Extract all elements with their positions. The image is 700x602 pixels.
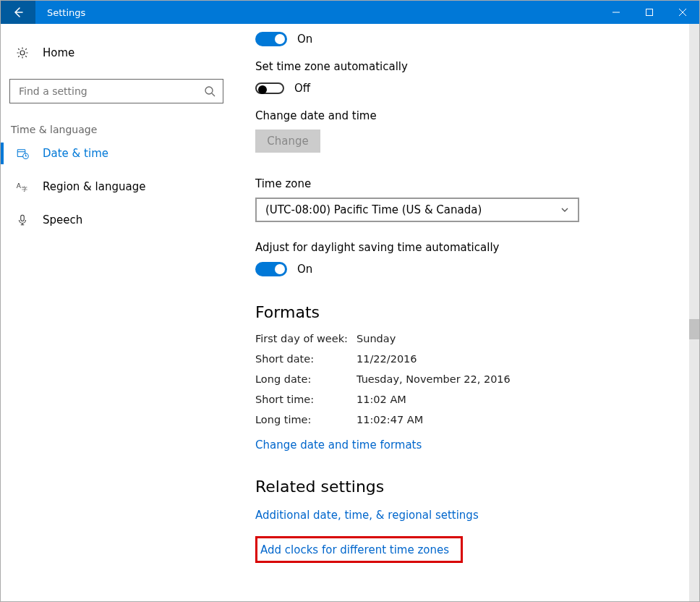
format-key: First day of week: bbox=[255, 333, 357, 344]
change-date-title: Change date and time bbox=[255, 109, 689, 122]
additional-settings-link[interactable]: Additional date, time, & regional settin… bbox=[255, 509, 479, 522]
minimize-icon bbox=[612, 9, 620, 16]
format-value: 11/22/2016 bbox=[357, 353, 689, 365]
related-heading: Related settings bbox=[255, 478, 689, 496]
timezone-select[interactable]: (UTC-08:00) Pacific Time (US & Canada) bbox=[255, 198, 579, 222]
search-icon bbox=[204, 85, 215, 97]
format-value: Sunday bbox=[357, 333, 689, 344]
microphone-icon bbox=[15, 213, 30, 226]
chevron-down-icon bbox=[560, 205, 569, 214]
format-key: Short time: bbox=[255, 394, 357, 405]
format-key: Long date: bbox=[255, 373, 357, 385]
sidebar-item-label: Date & time bbox=[43, 147, 108, 160]
scrollbar-thumb[interactable] bbox=[689, 319, 699, 339]
format-value: Tuesday, November 22, 2016 bbox=[357, 373, 689, 385]
sidebar-category: Time & language bbox=[1, 103, 232, 137]
gear-icon bbox=[15, 46, 30, 59]
search-input[interactable] bbox=[17, 85, 204, 98]
svg-rect-11 bbox=[21, 215, 25, 221]
language-icon: A字 bbox=[15, 180, 30, 193]
minimize-button[interactable] bbox=[599, 1, 633, 24]
maximize-icon bbox=[646, 9, 653, 16]
svg-rect-1 bbox=[646, 9, 653, 16]
back-arrow-icon bbox=[12, 7, 24, 18]
maximize-button[interactable] bbox=[633, 1, 666, 24]
timezone-value: (UTC-08:00) Pacific Time (US & Canada) bbox=[265, 203, 482, 216]
close-icon bbox=[679, 9, 686, 16]
window-title: Settings bbox=[35, 1, 599, 24]
set-time-auto-toggle[interactable] bbox=[255, 32, 287, 46]
set-tz-auto-state: Off bbox=[294, 82, 310, 95]
change-formats-link[interactable]: Change date and time formats bbox=[255, 438, 422, 452]
change-button: Change bbox=[255, 130, 320, 153]
home-nav[interactable]: Home bbox=[1, 40, 232, 66]
calendar-clock-icon bbox=[15, 147, 30, 160]
home-label: Home bbox=[43, 46, 74, 59]
sidebar-item-date-time[interactable]: Date & time bbox=[1, 137, 232, 170]
set-tz-auto-toggle[interactable] bbox=[255, 82, 284, 94]
svg-text:A: A bbox=[17, 182, 22, 190]
sidebar-item-region-language[interactable]: A字 Region & language bbox=[1, 170, 232, 203]
set-tz-auto-title: Set time zone automatically bbox=[255, 60, 689, 73]
close-button[interactable] bbox=[666, 1, 699, 24]
tz-title: Time zone bbox=[255, 177, 689, 190]
svg-text:字: 字 bbox=[22, 185, 27, 192]
search-box[interactable] bbox=[9, 79, 223, 103]
sidebar-item-speech[interactable]: Speech bbox=[1, 203, 232, 237]
sidebar-item-label: Region & language bbox=[43, 180, 145, 193]
format-key: Short date: bbox=[255, 353, 357, 365]
add-clocks-highlight: Add clocks for different time zones bbox=[255, 536, 463, 563]
add-clocks-link[interactable]: Add clocks for different time zones bbox=[260, 543, 449, 556]
dst-title: Adjust for daylight saving time automati… bbox=[255, 241, 689, 254]
formats-heading: Formats bbox=[255, 303, 689, 321]
set-time-auto-state: On bbox=[297, 33, 312, 46]
back-button[interactable] bbox=[1, 1, 35, 24]
svg-line-5 bbox=[212, 93, 215, 96]
svg-point-4 bbox=[205, 87, 213, 94]
dst-state: On bbox=[297, 263, 312, 276]
scrollbar[interactable] bbox=[689, 24, 699, 601]
dst-toggle[interactable] bbox=[255, 262, 287, 276]
format-value: 11:02 AM bbox=[357, 394, 689, 405]
format-key: Long time: bbox=[255, 414, 357, 425]
sidebar-item-label: Speech bbox=[43, 213, 82, 226]
format-value: 11:02:47 AM bbox=[357, 414, 689, 425]
